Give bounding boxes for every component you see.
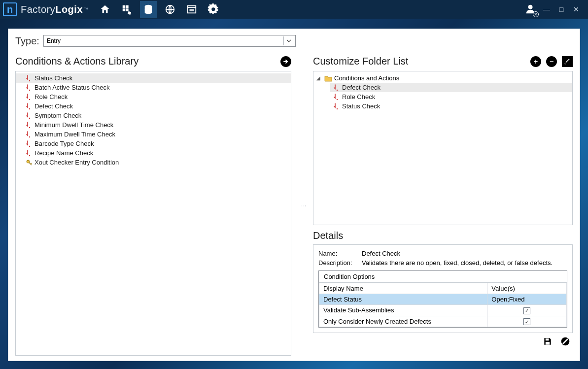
svg-point-15 (29, 155, 30, 156)
tree-item-label: Role Check (342, 93, 375, 101)
tree-item[interactable]: Role Check (330, 92, 572, 101)
svg-point-8 (29, 89, 30, 90)
details-desc-value: Validates there are no open, fixed, clos… (362, 259, 553, 267)
library-item-label: Minimum Dwell Time Check (35, 121, 113, 129)
customize-column: Customize Folder List + − ◢ Conditions a… (313, 56, 573, 356)
check-icon (26, 103, 33, 110)
svg-rect-20 (546, 338, 549, 340)
option-value[interactable]: ✓ (487, 316, 567, 327)
database-icon[interactable] (140, 1, 157, 18)
library-item-label: Maximum Dwell Time Check (35, 131, 115, 138)
user-account-icon[interactable]: ✕ (525, 3, 537, 15)
library-item[interactable]: Minimum Dwell Time Check (16, 120, 291, 130)
remove-button[interactable]: − (546, 56, 557, 67)
details-footer (313, 333, 573, 347)
globe-icon[interactable] (162, 1, 178, 18)
folder-tree[interactable]: ◢ Conditions and Actions Defect CheckRol… (313, 71, 573, 225)
library-item-label: Xout Checker Entry Condition (35, 159, 119, 166)
svg-point-12 (29, 127, 30, 128)
options-table[interactable]: Display Name Value(s) Defect StatusOpen;… (319, 283, 567, 327)
splitter[interactable]: ⋮ (301, 56, 303, 356)
library-item[interactable]: Status Check (16, 73, 291, 83)
main-panel: Type: Entry Conditions & Actions Library… (8, 29, 580, 361)
maximize-button[interactable]: □ (556, 4, 566, 14)
user-disconnect-badge: ✕ (533, 11, 539, 17)
library-item[interactable]: Role Check (16, 92, 291, 101)
type-row: Type: Entry (15, 35, 573, 47)
library-item-label: Defect Check (35, 102, 73, 110)
grid-edit-icon[interactable] (118, 1, 135, 18)
check-icon (26, 84, 33, 91)
customize-title: Customize Folder List (313, 56, 408, 67)
minimize-button[interactable]: — (542, 4, 552, 14)
tree-item[interactable]: Status Check (330, 101, 572, 111)
details-name-label: Name: (318, 250, 358, 257)
tree-item[interactable]: Defect Check (330, 83, 572, 92)
svg-point-11 (29, 117, 30, 118)
type-select-value: Entry (47, 37, 61, 44)
trademark: ™ (84, 7, 89, 12)
svg-point-13 (29, 136, 30, 137)
folder-icon (324, 75, 332, 82)
option-row[interactable]: Defect StatusOpen;Fixed (319, 294, 567, 305)
library-item[interactable]: Maximum Dwell Time Check (16, 130, 291, 139)
cancel-button[interactable] (560, 336, 571, 347)
gear-icon[interactable] (205, 1, 222, 18)
checkbox[interactable]: ✓ (523, 307, 530, 314)
window-icon[interactable] (183, 1, 200, 18)
svg-point-9 (29, 99, 30, 100)
svg-point-17 (337, 89, 338, 90)
library-item[interactable]: Xout Checker Entry Condition (16, 158, 291, 167)
titlebar: n FactoryLogix™ ✕ — □ ✕ (0, 0, 588, 19)
svg-point-7 (29, 80, 30, 81)
library-item-label: Recipe Name Check (35, 149, 93, 157)
tree-item-label: Defect Check (342, 84, 380, 91)
library-list[interactable]: Status CheckBatch Active Status CheckRol… (15, 71, 291, 356)
option-name: Defect Status (319, 294, 487, 305)
svg-point-10 (29, 108, 30, 109)
type-label: Type: (15, 35, 39, 47)
brand-part1: Factory (21, 4, 55, 15)
add-button[interactable]: + (530, 56, 541, 67)
option-name: Validate Sub-Assemblies (319, 305, 487, 316)
details-title: Details (313, 230, 573, 241)
chevron-down-icon (283, 36, 292, 45)
svg-point-6 (528, 5, 532, 9)
check-icon (26, 94, 33, 101)
check-icon (26, 140, 33, 147)
type-select[interactable]: Entry (43, 35, 296, 47)
tree-toggle-icon[interactable]: ◢ (316, 75, 322, 81)
library-item-label: Batch Active Status Check (35, 84, 109, 91)
check-icon (333, 94, 340, 101)
move-right-button[interactable] (280, 56, 291, 67)
tree-item-label: Status Check (342, 102, 380, 110)
app-logo: n (3, 2, 17, 16)
library-item[interactable]: Symptom Check (16, 111, 291, 120)
details-desc-label: Description: (318, 259, 358, 267)
option-name: Only Consider Newly Created Defects (319, 316, 487, 327)
option-row[interactable]: Only Consider Newly Created Defects✓ (319, 316, 567, 327)
home-icon[interactable] (97, 1, 113, 18)
key-icon (26, 159, 33, 166)
option-value[interactable]: ✓ (487, 305, 567, 316)
options-title: Condition Options (319, 271, 567, 283)
library-column: Conditions & Actions Library Status Chec… (15, 56, 291, 356)
edit-button[interactable] (562, 56, 573, 67)
option-value[interactable]: Open;Fixed (487, 294, 567, 305)
brand-part2: Logix (55, 4, 83, 15)
library-item[interactable]: Barcode Type Check (16, 139, 291, 148)
check-icon (333, 84, 340, 91)
library-item[interactable]: Batch Active Status Check (16, 83, 291, 92)
checkbox[interactable]: ✓ (523, 318, 530, 325)
options-col-value: Value(s) (487, 283, 567, 294)
save-button[interactable] (542, 336, 553, 347)
tree-root[interactable]: ◢ Conditions and Actions (313, 73, 572, 83)
option-row[interactable]: Validate Sub-Assemblies✓ (319, 305, 567, 316)
check-icon (26, 150, 33, 157)
library-item[interactable]: Recipe Name Check (16, 148, 291, 158)
app-brand: FactoryLogix™ (21, 4, 89, 15)
library-item[interactable]: Defect Check (16, 101, 291, 111)
options-col-name: Display Name (319, 283, 487, 294)
close-button[interactable]: ✕ (571, 4, 581, 14)
check-icon (333, 103, 340, 110)
